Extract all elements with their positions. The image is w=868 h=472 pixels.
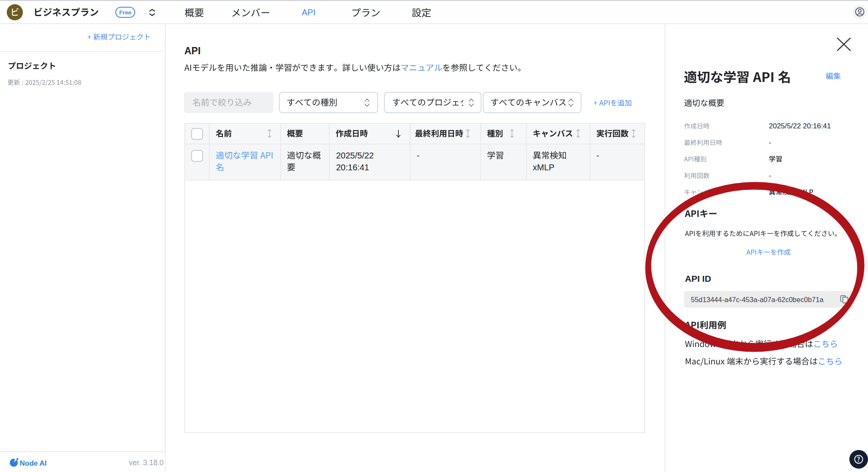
svg-text:ver. 3.18.0: ver. 3.18.0 <box>129 458 164 467</box>
svg-text:-: - <box>769 172 771 180</box>
svg-text:-: - <box>769 139 771 147</box>
svg-text:Free: Free <box>119 9 131 16</box>
svg-text:API: API <box>302 8 315 17</box>
svg-text:Node AI: Node AI <box>20 459 47 467</box>
svg-text:xMLP: xMLP <box>533 163 554 172</box>
svg-text:-: - <box>417 151 420 160</box>
svg-text:20:16:41: 20:16:41 <box>336 163 369 172</box>
svg-text:-: - <box>596 151 599 160</box>
svg-text:2025/5/22: 2025/5/22 <box>336 151 374 160</box>
svg-text:API: API <box>184 45 200 56</box>
svg-text:API ID: API ID <box>685 274 711 283</box>
svg-text:2025/5/22 20:16:41: 2025/5/22 20:16:41 <box>769 122 831 130</box>
svg-text:55d13444-a47c-453a-a07a-62c0be: 55d13444-a47c-453a-a07a-62c0bec0b71a <box>691 296 824 303</box>
